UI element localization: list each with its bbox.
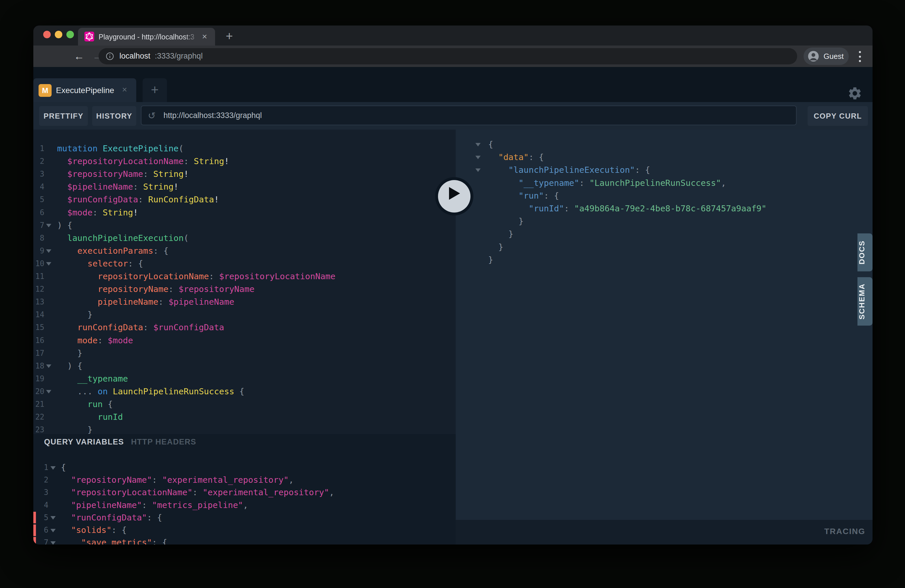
code-text: $repositoryLocationName: String! (57, 155, 229, 168)
graphql-playground: M ExecutePipeline × + PRETTIFY HISTORY ↺… (33, 67, 873, 545)
endpoint-history-icon[interactable]: ↺ (148, 110, 156, 121)
line-number: 15 (34, 321, 44, 334)
prettify-button[interactable]: PRETTIFY (39, 106, 88, 126)
fold-arrow-icon[interactable] (46, 224, 51, 227)
tab-http-headers[interactable]: HTTP HEADERS (131, 437, 196, 447)
code-line: "data": { (456, 151, 873, 164)
code-text: mutation ExecutePipeline( (57, 142, 184, 155)
code-text: "solids": { (61, 524, 127, 536)
playground-tab-close-icon[interactable]: × (122, 85, 127, 95)
tab-query-variables[interactable]: QUERY VARIABLES (44, 437, 124, 447)
line-number: 19 (34, 372, 44, 385)
settings-gear-icon[interactable] (847, 86, 862, 101)
graphql-favicon-icon (84, 32, 94, 41)
line-number: 1 (37, 461, 48, 474)
fold-arrow-icon[interactable] (51, 529, 56, 532)
line-number: 10 (34, 257, 44, 270)
minimize-window-button[interactable] (55, 31, 62, 38)
code-text: $mode: String! (57, 206, 138, 219)
code-text: mode: $mode (57, 334, 133, 347)
code-text: pipelineName: $pipelineName (57, 296, 234, 308)
fold-arrow-icon[interactable] (51, 466, 56, 470)
code-line: 5 "runConfigData": { (33, 512, 456, 524)
code-line: 14 } (33, 308, 456, 321)
execute-play-button[interactable] (435, 177, 473, 215)
fold-arrow-icon[interactable] (46, 250, 51, 253)
tab-schema[interactable]: SCHEMA (857, 277, 873, 326)
line-number: 4 (34, 180, 44, 193)
code-text: "pipelineName": "metrics_pipeline", (61, 499, 248, 512)
code-line: 3 "repositoryLocationName": "experimenta… (33, 486, 456, 499)
code-line: 20 ... on LaunchPipelineRunSuccess { (33, 385, 456, 398)
fold-arrow-icon[interactable] (46, 390, 51, 393)
response-viewer[interactable]: { "data": { "launchPipelineExecution": {… (456, 130, 873, 520)
browser-new-tab-button[interactable]: + (221, 29, 237, 44)
code-line: } (456, 241, 873, 253)
code-line: 21 run { (33, 398, 456, 410)
code-line: 6 "solids": { (33, 524, 456, 536)
code-line: 2 $repositoryLocationName: String! (33, 155, 456, 168)
fold-arrow-icon[interactable] (475, 143, 481, 146)
line-number: 18 (34, 359, 44, 372)
code-line: 4 $pipelineName: String! (33, 180, 456, 193)
code-line: } (456, 227, 873, 240)
code-line: 9 executionParams: { (33, 245, 456, 257)
profile-button[interactable]: Guest (803, 48, 849, 65)
line-number: 21 (34, 398, 44, 410)
line-number: 4 (37, 499, 48, 512)
zoom-window-button[interactable] (67, 31, 74, 38)
error-marker (33, 524, 36, 536)
code-text: executionParams: { (57, 245, 168, 257)
code-text: ... on LaunchPipelineRunSuccess { (57, 385, 245, 398)
info-icon[interactable] (105, 52, 114, 62)
browser-menu-icon[interactable] (858, 51, 862, 62)
code-text: "__typename": "LaunchPipelineRunSuccess"… (488, 176, 726, 189)
browser-window: Playground - http://localhost:3 × + ← → … (33, 25, 873, 545)
query-editor[interactable]: 1mutation ExecutePipeline(2 $repositoryL… (33, 130, 456, 459)
fold-arrow-icon[interactable] (475, 168, 481, 172)
playground-tab-executepipeline[interactable]: M ExecutePipeline × (33, 78, 136, 102)
copy-curl-button[interactable]: COPY CURL (808, 106, 868, 126)
tracing-bar[interactable]: TRACING (456, 520, 873, 545)
line-number: 2 (37, 474, 48, 486)
code-text: "repositoryLocationName": "experimental_… (61, 486, 334, 499)
code-text: selector: { (57, 257, 143, 270)
code-line: } (456, 253, 873, 266)
variables-pane[interactable]: QUERY VARIABLES HTTP HEADERS 1{2 "reposi… (33, 434, 456, 545)
line-number: 5 (37, 512, 48, 524)
browser-tab[interactable]: Playground - http://localhost:3 × (78, 28, 215, 46)
address-bar[interactable]: localhost :3333/graphql (98, 48, 797, 64)
back-icon[interactable]: ← (74, 51, 84, 62)
fold-arrow-icon[interactable] (51, 516, 56, 520)
fold-arrow-icon[interactable] (46, 364, 51, 368)
code-text: runId (57, 410, 123, 423)
code-line: 10 selector: { (33, 257, 456, 270)
code-text: launchPipelineExecution( (57, 232, 189, 245)
line-number: 7 (37, 536, 48, 545)
fold-arrow-icon[interactable] (46, 262, 51, 265)
tab-docs[interactable]: DOCS (857, 234, 873, 272)
fold-arrow-icon[interactable] (475, 156, 481, 159)
code-line: 1{ (33, 461, 456, 474)
close-window-button[interactable] (43, 31, 51, 38)
code-line: 3 $repositoryName: String! (33, 168, 456, 180)
code-text: "save_metrics": { (61, 536, 167, 545)
code-line: "__typename": "LaunchPipelineRunSuccess"… (456, 176, 873, 189)
code-line: 6 $mode: String! (33, 206, 456, 219)
browser-tab-close-icon[interactable]: × (202, 32, 207, 41)
playground-new-tab-button[interactable]: + (143, 78, 167, 102)
line-number: 16 (34, 334, 44, 347)
fold-arrow-icon[interactable] (51, 541, 56, 545)
line-number: 14 (34, 308, 44, 321)
line-number: 6 (37, 524, 48, 536)
tracing-label: TRACING (824, 527, 865, 536)
history-button[interactable]: HISTORY (92, 106, 136, 126)
mutation-badge: M (38, 84, 52, 97)
line-number: 3 (34, 168, 44, 180)
url-host: localhost (119, 52, 151, 60)
code-line: 1mutation ExecutePipeline( (33, 142, 456, 155)
code-line: { (456, 138, 873, 151)
line-number: 17 (34, 347, 44, 359)
code-line: 2 "repositoryName": "experimental_reposi… (33, 474, 456, 486)
endpoint-input[interactable]: ↺ http://localhost:3333/graphql (141, 105, 797, 125)
